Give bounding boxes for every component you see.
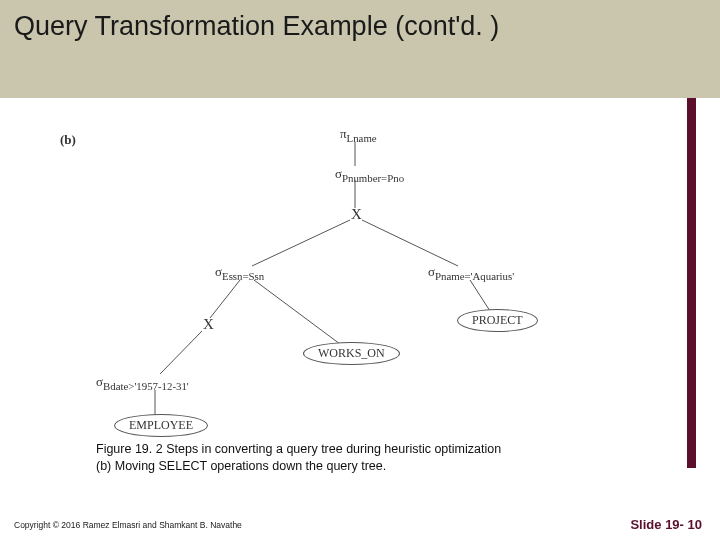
- op-select-essn: σEssn=Ssn: [215, 264, 264, 282]
- relation-works-on: WORKS_ON: [303, 342, 400, 365]
- figure-area: (b) πLname σPnumber=Pno X σEssn=Ssn: [0, 98, 695, 468]
- svg-line-7: [160, 331, 202, 374]
- pi-expr: Lname: [347, 132, 377, 144]
- slide: Query Transformation Example (cont'd. ) …: [0, 0, 720, 540]
- sigma-symbol-3: σ: [428, 264, 435, 279]
- copyright-text: Copyright © 2016 Ramez Elmasri and Shamk…: [14, 520, 242, 530]
- sigma-expr-4: Bdate>'1957-12-31': [103, 380, 189, 392]
- relation-employee: EMPLOYEE: [114, 414, 208, 437]
- op-cartesian-1: X: [351, 206, 362, 223]
- op-select-bdate: σBdate>'1957-12-31': [96, 374, 189, 392]
- pi-symbol: π: [340, 126, 347, 141]
- sigma-symbol: σ: [335, 166, 342, 181]
- footer: Copyright © 2016 Ramez Elmasri and Shamk…: [0, 512, 720, 540]
- svg-line-4: [470, 280, 490, 311]
- caption-line-2: (b) Moving SELECT operations down the qu…: [96, 459, 386, 473]
- svg-line-5: [210, 280, 240, 318]
- sigma-expr-2: Essn=Ssn: [222, 270, 264, 282]
- tree-edges: [0, 98, 695, 468]
- title-bar: Query Transformation Example (cont'd. ): [0, 0, 720, 98]
- svg-line-2: [252, 220, 350, 266]
- slide-number: Slide 19- 10: [630, 517, 702, 532]
- sigma-symbol-4: σ: [96, 374, 103, 389]
- relation-project: PROJECT: [457, 309, 538, 332]
- op-cartesian-2: X: [203, 316, 214, 333]
- op-project-lname: πLname: [340, 126, 377, 144]
- sigma-expr-3: Pname='Aquarius': [435, 270, 514, 282]
- caption-line-1: Figure 19. 2 Steps in converting a query…: [96, 442, 501, 456]
- sigma-expr: Pnumber=Pno: [342, 172, 404, 184]
- svg-line-3: [362, 220, 458, 266]
- figure-caption: Figure 19. 2 Steps in converting a query…: [96, 441, 646, 475]
- slide-title: Query Transformation Example (cont'd. ): [14, 10, 706, 44]
- sigma-symbol-2: σ: [215, 264, 222, 279]
- op-select-pname: σPname='Aquarius': [428, 264, 514, 282]
- svg-line-6: [254, 280, 340, 344]
- op-select-pnumber: σPnumber=Pno: [335, 166, 404, 184]
